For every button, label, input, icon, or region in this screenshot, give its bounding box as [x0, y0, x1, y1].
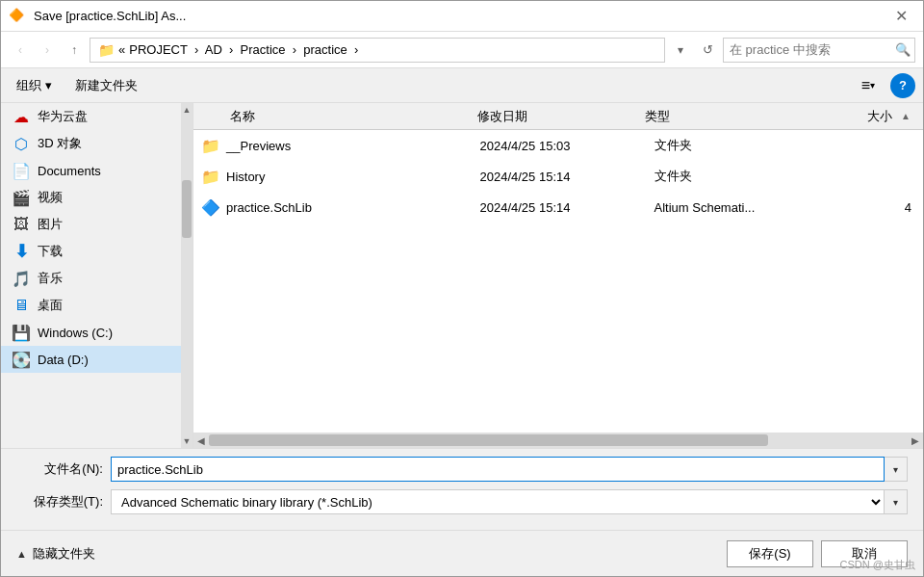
scroll-up-button[interactable]: ▲ [181, 103, 192, 117]
schlib-icon: 🔷 [201, 197, 220, 217]
up-button[interactable]: ↑ [63, 39, 86, 62]
file-area: 名称 修改日期 类型 大小 ▲ 📁 __Previews 2024/4/25 1… [193, 103, 923, 448]
folder-history-icon: 📁 [201, 167, 220, 186]
filetype-select[interactable]: Advanced Schematic binary library (*.Sch… [111, 489, 885, 514]
h-scroll-thumb[interactable] [209, 434, 768, 446]
download-icon: ⬇ [13, 243, 30, 260]
file-name-schlib: practice.SchLib [226, 200, 476, 215]
search-input[interactable] [730, 42, 891, 57]
file-type-schlib: Altium Schemati... [651, 200, 825, 215]
document-icon: 📄 [13, 162, 30, 179]
save-button[interactable]: 保存(S) [727, 540, 813, 567]
drive-d-icon: 💽 [13, 351, 30, 368]
view-button[interactable]: ≡ ▾ [854, 73, 883, 98]
video-icon: 🎬 [13, 189, 30, 206]
sidebar-item-pictures[interactable]: 🖼 图片 [1, 211, 181, 238]
search-box: 🔍 [723, 38, 915, 63]
organize-label: 组织 ▾ [16, 77, 52, 94]
file-date-previews: 2024/4/25 15:03 [476, 139, 651, 153]
toolbar: 组织 ▾ 新建文件夹 ≡ ▾ ? [1, 68, 923, 103]
file-type-previews: 文件夹 [651, 137, 825, 154]
cloud-icon: ☁ [13, 108, 30, 125]
table-row[interactable]: 🔷 practice.SchLib 2024/4/25 15:14 Altium… [193, 192, 923, 223]
sidebar-item-downloads[interactable]: ⬇ 下载 [1, 238, 181, 265]
sidebar-item-3d[interactable]: ⬡ 3D 对象 [1, 130, 181, 157]
refresh-button[interactable]: ↺ [696, 39, 719, 62]
file-size-schlib: 4 [825, 200, 916, 215]
new-folder-button[interactable]: 新建文件夹 [67, 73, 145, 98]
file-list-header: 名称 修改日期 类型 大小 ▲ [193, 103, 923, 130]
sidebar-label-winc: Windows (C:) [38, 326, 113, 340]
scroll-left-button[interactable]: ◀ [193, 433, 209, 448]
sidebar-item-documents[interactable]: 📄 Documents [1, 157, 181, 184]
sidebar-label-documents: Documents [38, 164, 101, 178]
sidebar-item-huawei[interactable]: ☁ 华为云盘 [1, 103, 181, 130]
view-drop-icon: ▾ [870, 80, 875, 91]
address-path[interactable]: 📁 « 名称 PROJECT › AD › Practice › practic… [90, 38, 665, 63]
close-button[interactable]: ✕ [886, 2, 915, 31]
sidebar-label-desktop: 桌面 [38, 297, 63, 314]
sidebar-item-desktop[interactable]: 🖥 桌面 [1, 292, 181, 319]
path-full: PROJECT › AD › Practice › practice › [129, 42, 358, 57]
col-header-type[interactable]: 类型 [641, 108, 808, 125]
sidebar-item-datad[interactable]: 💽 Data (D:) [1, 346, 181, 373]
sort-up-icon[interactable]: ▲ [896, 111, 915, 121]
app-icon: 🔶 [9, 8, 26, 25]
col-header-name[interactable]: 名称 [226, 108, 474, 125]
file-type-history: 文件夹 [651, 168, 825, 185]
sidebar-label-downloads: 下载 [38, 243, 63, 260]
filetype-input-wrap: Advanced Schematic binary library (*.Sch… [111, 489, 908, 514]
horizontal-scrollbar[interactable]: ◀ ▶ [193, 433, 923, 448]
filetype-label: 保存类型(T): [16, 493, 103, 511]
dropdown-path-button[interactable]: ▾ [669, 39, 692, 62]
col-header-date[interactable]: 修改日期 [474, 108, 641, 125]
sidebar-item-winc[interactable]: 💾 Windows (C:) [1, 319, 181, 346]
hide-folder-button[interactable]: ▲ 隐藏文件夹 [16, 545, 95, 563]
sidebar-scrollbar[interactable]: ▲ ▼ [181, 103, 192, 448]
h-scroll-track [209, 433, 908, 448]
sidebar-label-huawei: 华为云盘 [38, 108, 88, 125]
table-row[interactable]: 📁 History 2024/4/25 15:14 文件夹 [193, 161, 923, 192]
address-bar: ‹ › ↑ 📁 « 名称 PROJECT › AD › Practice › p… [1, 32, 923, 68]
file-name-previews: __Previews [226, 139, 476, 153]
new-folder-label: 新建文件夹 [75, 77, 138, 94]
sidebar-item-video[interactable]: 🎬 视频 [1, 184, 181, 211]
drive-c-icon: 💾 [13, 324, 30, 341]
sidebar-item-music[interactable]: 🎵 音乐 [1, 265, 181, 292]
main-area: ☁ 华为云盘 ⬡ 3D 对象 📄 Documents 🎬 视频 🖼 图 [1, 103, 923, 448]
filename-row: 文件名(N): ▾ [16, 457, 908, 482]
file-date-history: 2024/4/25 15:14 [476, 170, 651, 184]
scroll-thumb[interactable] [182, 180, 192, 238]
scroll-right-button[interactable]: ▶ [908, 433, 923, 448]
col-header-size[interactable]: 大小 [808, 108, 896, 125]
filename-input[interactable] [111, 457, 885, 482]
footer: ▲ 隐藏文件夹 保存(S) 取消 [1, 530, 923, 576]
search-icon[interactable]: 🔍 [895, 42, 911, 57]
desktop-icon: 🖥 [13, 297, 30, 314]
forward-button[interactable]: › [36, 39, 59, 62]
file-list: 📁 __Previews 2024/4/25 15:03 文件夹 📁 Histo… [193, 130, 923, 433]
help-button[interactable]: ? [890, 73, 915, 98]
filename-input-wrap: ▾ [111, 457, 908, 482]
scroll-down-button[interactable]: ▼ [181, 434, 192, 448]
path-segment-1: « [118, 42, 125, 57]
file-date-schlib: 2024/4/25 15:14 [476, 200, 651, 215]
cube-icon: ⬡ [13, 135, 30, 152]
music-icon: 🎵 [13, 270, 30, 287]
back-button[interactable]: ‹ [9, 39, 32, 62]
title-bar: 🔶 Save [practice.SchLib] As... ✕ [1, 1, 923, 32]
table-row[interactable]: 📁 __Previews 2024/4/25 15:03 文件夹 [193, 130, 923, 161]
filetype-dropdown-button[interactable]: ▾ [885, 489, 908, 514]
bottom-form: 文件名(N): ▾ 保存类型(T): Advanced Schematic bi… [1, 448, 923, 530]
sidebar-label-video: 视频 [38, 189, 63, 206]
folder-icon: 📁 [98, 42, 115, 58]
view-icon: ≡ [861, 77, 870, 94]
filename-dropdown-button[interactable]: ▾ [885, 457, 908, 482]
organize-button[interactable]: 组织 ▾ [9, 73, 60, 98]
scroll-track [181, 117, 192, 434]
file-name-history: History [226, 170, 476, 184]
dialog-title: Save [practice.SchLib] As... [34, 9, 886, 23]
sidebar: ☁ 华为云盘 ⬡ 3D 对象 📄 Documents 🎬 视频 🖼 图 [1, 103, 181, 448]
hide-folder-arrow-icon: ▲ [16, 548, 27, 560]
filename-label: 文件名(N): [16, 460, 103, 478]
